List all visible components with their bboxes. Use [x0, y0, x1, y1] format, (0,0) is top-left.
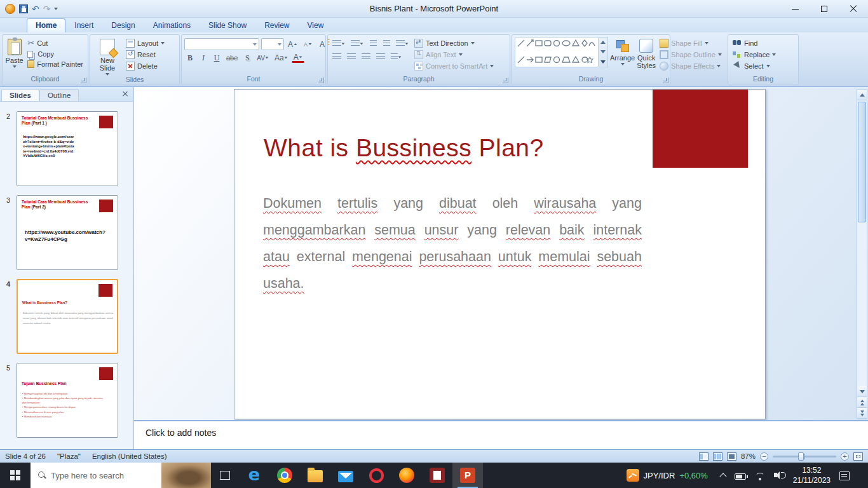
- shapes-scroll-up-icon[interactable]: [600, 41, 606, 44]
- office-button-icon[interactable]: [5, 4, 15, 14]
- tab-outline[interactable]: Outline: [39, 89, 79, 101]
- shapes-gallery[interactable]: [515, 37, 599, 67]
- align-text-button[interactable]: Align Text: [412, 50, 496, 60]
- tab-review[interactable]: Review: [255, 18, 298, 32]
- slide-thumbnail-4[interactable]: What is Bussiness Plan?Dokumen tertulis …: [17, 279, 118, 354]
- task-view-button[interactable]: [211, 463, 239, 488]
- tab-animations[interactable]: Animations: [144, 18, 200, 32]
- slide-title[interactable]: What is Bussiness Plan?: [264, 134, 620, 162]
- font-size-combobox[interactable]: [261, 38, 284, 50]
- font-dialog-launcher[interactable]: [318, 78, 324, 83]
- justify-button[interactable]: [374, 51, 387, 63]
- cut-button[interactable]: ✂Cut: [25, 38, 85, 48]
- arrange-button[interactable]: Arrange: [610, 37, 635, 75]
- firefox-taskbar-button[interactable]: [391, 463, 422, 488]
- decrease-indent-button[interactable]: [367, 38, 379, 50]
- mail-taskbar-button[interactable]: [330, 463, 361, 488]
- shape-outline-button[interactable]: Shape Outline: [658, 50, 724, 60]
- shrink-font-button[interactable]: A: [302, 39, 315, 50]
- find-button[interactable]: Find: [731, 38, 778, 48]
- language-indicator[interactable]: English (United States): [92, 452, 167, 460]
- hidden-icons-caret[interactable]: [719, 473, 726, 480]
- vertical-scrollbar[interactable]: [857, 89, 867, 419]
- quick-styles-button[interactable]: Quick Styles: [637, 37, 656, 75]
- shapes-gallery-expand-icon[interactable]: [600, 60, 606, 64]
- underline-button[interactable]: U: [211, 52, 222, 64]
- select-button[interactable]: Select: [731, 61, 778, 71]
- bold-button[interactable]: B: [184, 52, 196, 64]
- font-color-button[interactable]: A: [292, 53, 304, 63]
- tab-slides[interactable]: Slides: [1, 89, 39, 101]
- scrollbar-track[interactable]: [857, 100, 867, 386]
- customize-qat-icon[interactable]: [54, 8, 58, 10]
- shapes-scroll-down-icon[interactable]: [600, 50, 606, 53]
- maximize-button[interactable]: [810, 0, 839, 18]
- tab-slide-show[interactable]: Slide Show: [200, 18, 255, 32]
- scrollbar-thumb[interactable]: [858, 102, 866, 222]
- zoom-out-button[interactable]: −: [760, 452, 768, 461]
- next-slide-button[interactable]: [857, 408, 867, 419]
- convert-to-smartart-button[interactable]: Convert to SmartArt: [412, 61, 496, 71]
- clock[interactable]: 13:52 21/11/2023: [793, 465, 831, 485]
- zoom-level[interactable]: 87%: [741, 452, 756, 460]
- notes-pane[interactable]: Click to add notes: [134, 420, 868, 449]
- news-widget[interactable]: JPY/IDR +0,60%: [623, 469, 712, 482]
- columns-button[interactable]: [389, 51, 403, 63]
- previous-slide-button[interactable]: [857, 397, 867, 408]
- pdf-taskbar-button[interactable]: [422, 463, 452, 488]
- text-direction-button[interactable]: Text Direction: [412, 38, 496, 48]
- new-slide-button[interactable]: New Slide: [93, 37, 122, 76]
- slide-show-view-button[interactable]: [727, 452, 736, 461]
- align-left-button[interactable]: [330, 51, 343, 63]
- powerpoint-taskbar-button[interactable]: [452, 463, 483, 488]
- align-center-button[interactable]: [345, 51, 358, 63]
- search-box[interactable]: Type here to search: [31, 463, 211, 488]
- shape-effects-button[interactable]: Shape Effects: [658, 61, 724, 71]
- font-family-combobox[interactable]: [184, 38, 259, 50]
- search-highlight-image[interactable]: [161, 463, 211, 488]
- tab-design[interactable]: Design: [102, 18, 144, 32]
- tab-view[interactable]: View: [299, 18, 333, 32]
- normal-view-button[interactable]: [699, 452, 709, 461]
- paragraph-dialog-launcher[interactable]: [503, 78, 508, 83]
- chrome-taskbar-button[interactable]: [269, 463, 300, 488]
- theme-name[interactable]: "Plaza": [57, 452, 81, 460]
- edge-taskbar-button[interactable]: [239, 463, 269, 488]
- bullets-button[interactable]: [330, 38, 347, 50]
- undo-icon[interactable]: ↶: [32, 4, 39, 13]
- delete-button[interactable]: Delete: [124, 61, 166, 71]
- scroll-down-button[interactable]: [857, 386, 867, 397]
- notes-placeholder[interactable]: Click to add notes: [134, 421, 868, 438]
- opera-taskbar-button[interactable]: [361, 463, 391, 488]
- slide-thumbnail-2[interactable]: Toturial Cara Membuat Bussiness Plan (Pa…: [17, 111, 118, 186]
- reset-button[interactable]: Reset: [124, 50, 166, 60]
- zoom-slider[interactable]: [773, 456, 836, 458]
- file-explorer-taskbar-button[interactable]: [300, 463, 330, 488]
- tab-insert[interactable]: Insert: [65, 18, 102, 32]
- minimize-button[interactable]: [780, 0, 810, 18]
- shape-fill-button[interactable]: Shape Fill: [658, 38, 724, 48]
- action-center-icon[interactable]: [839, 471, 850, 480]
- red-accent-rectangle[interactable]: [653, 90, 748, 168]
- strikethrough-button[interactable]: abe: [224, 52, 240, 64]
- close-pane-icon[interactable]: [121, 90, 129, 98]
- scroll-up-button[interactable]: [857, 90, 867, 100]
- align-right-button[interactable]: [360, 51, 372, 63]
- line-spacing-button[interactable]: [394, 38, 410, 50]
- slide-canvas[interactable]: What is Bussiness Plan? Dokumen tertulis…: [234, 89, 766, 419]
- zoom-in-button[interactable]: +: [841, 452, 849, 461]
- copy-button[interactable]: Copy: [25, 50, 85, 58]
- clear-formatting-button[interactable]: A: [316, 39, 328, 50]
- redo-icon[interactable]: ↷: [43, 4, 51, 13]
- text-shadow-button[interactable]: S: [241, 52, 253, 64]
- grow-font-button[interactable]: A: [286, 39, 300, 50]
- change-case-button[interactable]: Aa: [273, 52, 290, 64]
- start-button[interactable]: [0, 463, 31, 488]
- replace-button[interactable]: Replace: [731, 50, 778, 60]
- slide-thumbnail-3[interactable]: Toturial Cara Membuat Bussiness Plan (Pa…: [17, 195, 118, 270]
- clipboard-dialog-launcher[interactable]: [81, 78, 86, 83]
- tab-home[interactable]: Home: [27, 18, 65, 32]
- format-painter-button[interactable]: Format Painter: [25, 60, 85, 69]
- network-icon[interactable]: [755, 473, 765, 480]
- battery-icon[interactable]: [735, 473, 746, 480]
